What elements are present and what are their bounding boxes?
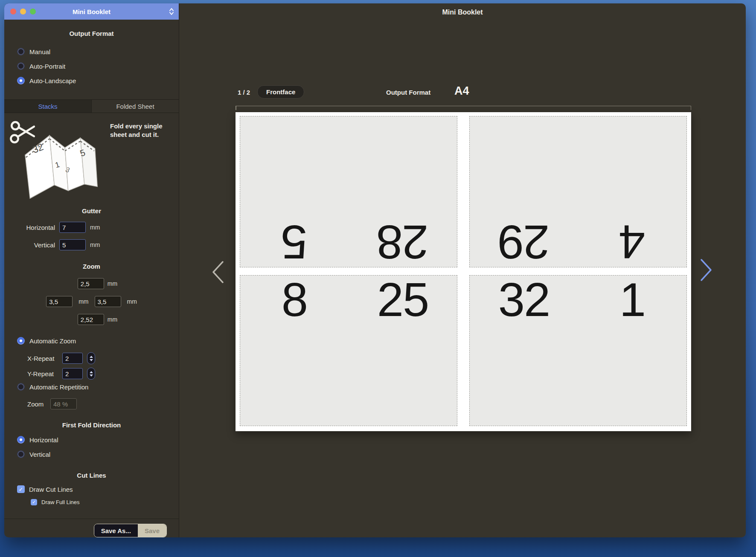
page-number: 5	[240, 219, 349, 267]
panel-titlebar[interactable]: Mini Booklet	[4, 3, 179, 20]
page-indicator: 1 / 2	[238, 89, 250, 96]
zoom-top-unit: mm	[108, 280, 117, 287]
radio-automatic-repetition[interactable]: Automatic Repetition	[17, 383, 88, 391]
radio-fold-horizontal-control[interactable]	[17, 436, 25, 444]
panel-title: Mini Booklet	[73, 8, 110, 15]
mode-tabs: Stacks Folded Sheet	[4, 99, 179, 113]
radio-fold-horizontal[interactable]: Horizontal	[17, 436, 58, 444]
page-cell-bottom-right: 32 1	[469, 275, 687, 426]
window-title: Mini Booklet	[179, 9, 746, 16]
radio-automatic-repetition-control[interactable]	[17, 383, 25, 391]
page-number: 25	[349, 276, 457, 322]
zoom-top-input[interactable]	[78, 278, 104, 289]
page-number: 28	[349, 219, 457, 267]
repetition-zoom-input[interactable]	[50, 398, 77, 409]
gutter-heading: Gutter	[4, 207, 179, 215]
gutter-horizontal-row: Horizontal mm	[15, 222, 100, 233]
gutter-horizontal-unit: mm	[90, 224, 100, 231]
radio-fold-vertical-control[interactable]	[17, 450, 25, 458]
gutter-horizontal-input[interactable]	[59, 222, 86, 233]
radio-automatic-repetition-label: Automatic Repetition	[29, 383, 88, 391]
next-page-button[interactable]	[699, 257, 714, 283]
page-number: 29	[470, 219, 578, 267]
traffic-lights	[10, 3, 36, 20]
zoom-top-row: mm	[4, 278, 179, 289]
gutter-vertical-row: Vertical mm	[15, 239, 100, 250]
preview-area: Mini Booklet 1 / 2 Frontface Output Form…	[179, 3, 746, 537]
tab-folded-sheet[interactable]: Folded Sheet	[92, 100, 179, 113]
minimize-button[interactable]	[20, 9, 26, 15]
tab-stacks[interactable]: Stacks	[4, 100, 92, 113]
radio-manual[interactable]: Manual	[17, 48, 50, 55]
x-repeat-input[interactable]	[62, 353, 83, 364]
y-repeat-row: Y-Repeat	[27, 368, 95, 380]
radio-auto-landscape-control[interactable]	[17, 77, 25, 84]
cut-lines-heading: Cut Lines	[4, 472, 179, 479]
frontface-badge[interactable]: Frontface	[257, 85, 304, 99]
save-button[interactable]: Save	[138, 524, 166, 537]
output-format-heading: Output Format	[4, 30, 179, 37]
y-repeat-label: Y-Repeat	[27, 370, 58, 377]
collapse-expand-icon[interactable]	[169, 7, 174, 16]
close-button[interactable]	[10, 9, 16, 15]
save-as-button[interactable]: Save As...	[94, 524, 138, 537]
page-cell-top-right: 29 4	[469, 116, 687, 267]
radio-auto-portrait[interactable]: Auto-Portrait	[17, 62, 65, 70]
zoom-button[interactable]	[30, 9, 36, 15]
sheet-preview: 5 28 29 4 8 25 32 1	[236, 112, 691, 431]
gutter-vertical-input[interactable]	[59, 239, 86, 250]
radio-fold-horizontal-label: Horizontal	[29, 436, 58, 444]
first-fold-heading: First Fold Direction	[4, 421, 179, 429]
draw-full-lines-row[interactable]: ✓ Draw Full Lines	[31, 499, 80, 505]
radio-auto-landscape[interactable]: Auto-Landscape	[17, 77, 76, 84]
zoom-left-input[interactable]	[46, 296, 73, 307]
radio-manual-label: Manual	[29, 48, 50, 55]
draw-cut-lines-checkbox[interactable]: ✓	[17, 485, 25, 493]
x-repeat-label: X-Repeat	[27, 355, 58, 362]
radio-auto-portrait-control[interactable]	[17, 62, 25, 70]
y-repeat-input[interactable]	[62, 368, 83, 379]
draw-full-lines-checkbox[interactable]: ✓	[31, 499, 37, 505]
output-format-value: A4	[454, 84, 469, 98]
app-window: Mini Booklet Output Format Manual Auto-P…	[4, 3, 746, 537]
zoom-right-input[interactable]	[95, 296, 121, 307]
x-repeat-row: X-Repeat	[27, 352, 95, 364]
repetition-zoom-row: Zoom	[27, 398, 77, 409]
page-number: 8	[240, 276, 349, 322]
settings-panel: Mini Booklet Output Format Manual Auto-P…	[4, 3, 179, 537]
page-number: 32	[470, 276, 578, 322]
draw-full-lines-label: Draw Full Lines	[41, 499, 80, 505]
previous-page-button[interactable]	[210, 259, 225, 285]
zoom-middle-row: mm mm	[4, 296, 179, 307]
radio-manual-control[interactable]	[17, 48, 25, 55]
radio-automatic-zoom[interactable]: Automatic Zoom	[17, 337, 76, 345]
width-ruler	[236, 106, 691, 110]
instruction-text: Fold every single sheet and cut it.	[110, 122, 170, 139]
fold-and-cut-illustration: 32 1 3 5	[9, 115, 107, 200]
checkmark-icon: ✓	[19, 486, 23, 493]
page-cell-top-left: 5 28	[240, 116, 457, 267]
radio-auto-landscape-label: Auto-Landscape	[29, 77, 76, 84]
y-repeat-stepper[interactable]	[87, 368, 95, 380]
page-number: 1	[578, 276, 686, 322]
gutter-horizontal-label: Horizontal	[15, 224, 55, 231]
repetition-zoom-label: Zoom	[27, 400, 46, 408]
chevron-left-icon	[210, 259, 225, 285]
chevron-right-icon	[699, 257, 714, 283]
output-format-label: Output Format	[386, 89, 430, 96]
zoom-bottom-input[interactable]	[78, 314, 104, 325]
zoom-bottom-row: mm	[4, 314, 179, 325]
save-button-group: Save As... Save	[94, 524, 167, 537]
x-repeat-stepper[interactable]	[87, 352, 95, 364]
draw-cut-lines-row[interactable]: ✓ Draw Cut Lines	[17, 485, 73, 493]
radio-fold-vertical-label: Vertical	[29, 451, 50, 458]
zoom-heading: Zoom	[4, 263, 179, 270]
checkmark-icon: ✓	[32, 499, 36, 505]
zoom-right-unit: mm	[127, 298, 137, 305]
radio-automatic-zoom-control[interactable]	[17, 337, 25, 345]
gutter-vertical-unit: mm	[90, 241, 100, 248]
page-number: 4	[578, 219, 686, 267]
radio-fold-vertical[interactable]: Vertical	[17, 450, 50, 458]
gutter-vertical-label: Vertical	[15, 241, 55, 249]
radio-auto-portrait-label: Auto-Portrait	[29, 63, 65, 70]
